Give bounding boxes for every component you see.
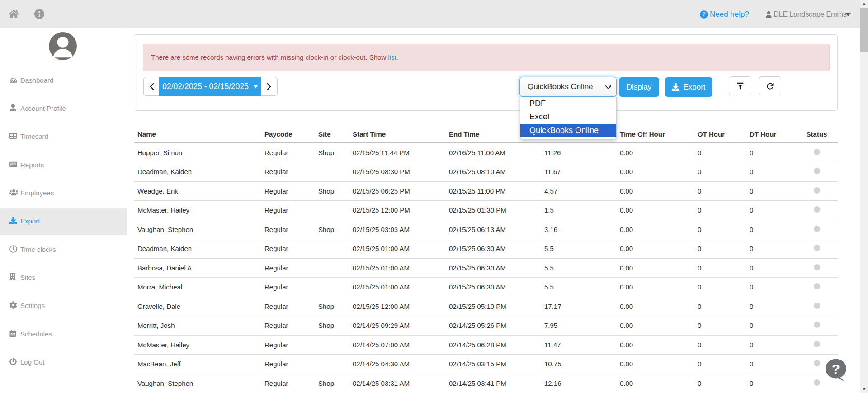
svg-text:?: ? — [832, 361, 840, 376]
svg-text:?: ? — [702, 11, 706, 18]
